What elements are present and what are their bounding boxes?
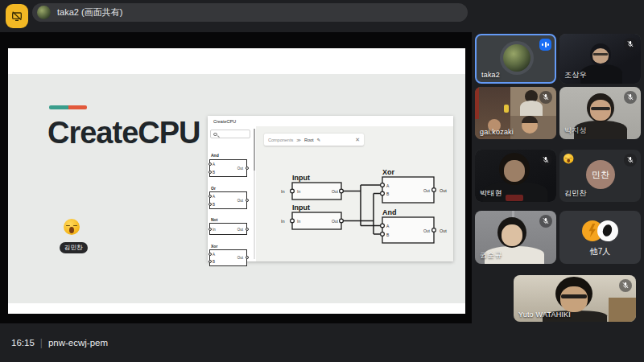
reaction-sender-name: 김민찬 xyxy=(60,242,88,253)
participant-name: gai.kozaki xyxy=(480,128,514,136)
participant-tile[interactable]: gai.kozaki xyxy=(475,87,556,139)
svg-text:Out: Out xyxy=(440,228,447,233)
palette-gate-or[interactable]: A B Out xyxy=(209,191,247,209)
reaction-emoji-anguished xyxy=(64,219,80,235)
circuit-canvas[interactable]: Components ≫ Root ✎ ✕ Input xyxy=(256,126,453,261)
others-count-label: 他7人 xyxy=(559,246,641,257)
glasses xyxy=(561,294,587,298)
participant-name: 조상우 xyxy=(564,70,587,80)
presentation-slide: CreateCPU 김민찬 CreateCPU And xyxy=(8,48,465,314)
screen-share-banner[interactable]: taka2 (画面共有) xyxy=(32,3,468,22)
node-xor[interactable]: Xor A B Out Out xyxy=(381,168,448,203)
svg-text:Out: Out xyxy=(332,189,339,194)
editor-title: CreateCPU xyxy=(213,119,236,124)
svg-text:Out: Out xyxy=(440,188,447,193)
participant-tile[interactable]: 박태현 xyxy=(475,150,556,202)
stacked-avatars xyxy=(559,220,641,241)
bottom-control-bar: 16:15 | pnw-ecwj-pem xyxy=(0,323,644,362)
palette-scrollbar[interactable] xyxy=(254,129,255,259)
palette-search-input[interactable] xyxy=(210,130,250,138)
circuit-diagram: Input In In Out Input In xyxy=(256,126,453,261)
svg-text:And: And xyxy=(382,208,397,216)
mic-off-icon xyxy=(624,91,637,104)
svg-text:Input: Input xyxy=(292,174,310,182)
reaction-emoji-anguished xyxy=(564,154,573,163)
svg-text:Input: Input xyxy=(292,204,310,212)
palette-item-label: And xyxy=(211,153,219,158)
presenter-avatar xyxy=(37,6,51,19)
slide-title: CreateCPU xyxy=(47,116,200,150)
participant-tile[interactable]: 조상우 xyxy=(559,34,641,84)
participant-name: 박지성 xyxy=(564,125,587,136)
wires xyxy=(341,185,382,234)
clock-time: 16:15 xyxy=(11,338,35,348)
svg-text:In: In xyxy=(297,189,300,194)
overflow-tile-others[interactable]: 他7人 xyxy=(559,211,641,264)
glasses xyxy=(593,53,608,56)
palette-gate-and[interactable]: A B Out xyxy=(209,159,247,177)
meeting-info: 16:15 | pnw-ecwj-pem xyxy=(11,323,108,362)
participant-name: 권순규 xyxy=(480,250,502,261)
mic-off-icon xyxy=(539,154,552,167)
top-bar: taka2 (画面共有) xyxy=(0,0,644,32)
present-off-icon xyxy=(10,10,23,23)
svg-text:Out: Out xyxy=(332,219,339,224)
circuit-editor-window: CreateCPU And A B Out xyxy=(208,116,453,261)
avatar: 민찬 xyxy=(586,160,615,189)
svg-text:In: In xyxy=(297,219,300,224)
meet-window: taka2 (画面共有) CreateCPU 김민찬 CreateCPU xyxy=(0,0,644,362)
mic-off-icon xyxy=(619,279,632,292)
node-input-1[interactable]: Input In In Out xyxy=(281,174,343,200)
node-input-2[interactable]: Input In In Out xyxy=(281,204,343,229)
participant-tile-taka2[interactable]: taka2 xyxy=(475,34,556,84)
participant-tile[interactable]: 민찬 김민찬 xyxy=(559,150,641,202)
participant-tile[interactable]: 박지성 xyxy=(559,87,641,139)
svg-text:Out: Out xyxy=(423,188,431,193)
mic-off-icon xyxy=(624,154,637,167)
meeting-code: pnw-ecwj-pem xyxy=(48,338,108,348)
stop-sharing-button[interactable] xyxy=(6,4,28,28)
mic-off-icon xyxy=(539,215,552,228)
svg-text:In: In xyxy=(281,189,285,194)
svg-text:Out: Out xyxy=(423,228,431,233)
shared-screen-stage: CreateCPU 김민찬 CreateCPU And xyxy=(0,32,472,323)
palette-item-label: Not xyxy=(211,217,217,222)
avatar xyxy=(597,220,618,241)
glasses xyxy=(591,107,610,110)
palette-gate-not[interactable]: In Out xyxy=(209,223,247,235)
node-and[interactable]: And A B Out Out xyxy=(381,208,448,243)
palette-item-label: Xor xyxy=(211,244,217,249)
presenter-label: taka2 (画面共有) xyxy=(57,6,122,19)
slide-accent-dash xyxy=(49,105,87,109)
palette-item-label: Or xyxy=(211,186,216,191)
avatar xyxy=(503,44,530,72)
mic-off-icon xyxy=(539,91,552,104)
svg-text:Xor: Xor xyxy=(382,168,395,176)
participant-name: Yuto WATAHIKI xyxy=(518,311,571,319)
mic-off-icon xyxy=(624,38,637,51)
divider: | xyxy=(40,337,43,348)
search-icon xyxy=(213,133,217,137)
palette-gate-xor[interactable]: A B Out xyxy=(209,249,247,266)
participant-tile[interactable]: 권순규 xyxy=(475,211,556,264)
participant-name: 김민찬 xyxy=(564,188,587,199)
participant-name: 박태현 xyxy=(480,188,502,199)
audio-speaking-icon xyxy=(539,39,551,51)
participant-name: taka2 xyxy=(481,71,500,79)
component-palette: And A B Out Or A xyxy=(208,126,254,261)
svg-text:In: In xyxy=(281,219,285,224)
participant-tile[interactable]: Yuto WATAHIKI xyxy=(514,275,636,322)
